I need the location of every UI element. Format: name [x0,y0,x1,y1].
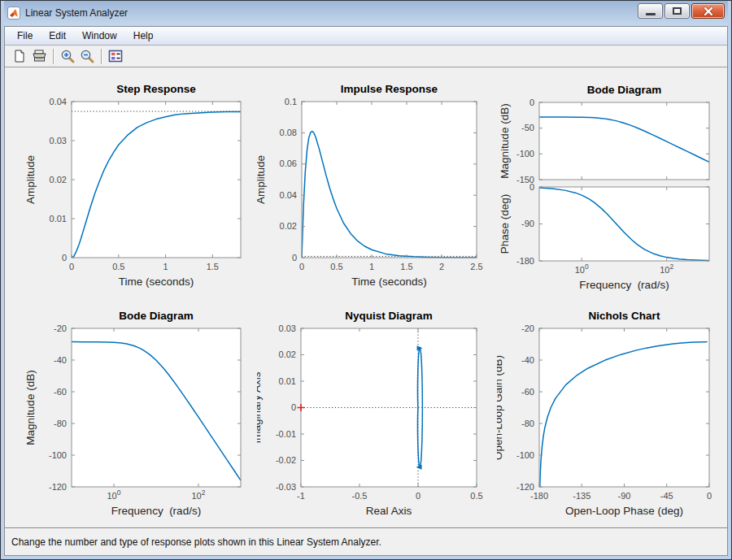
x-tick-label: 102 [660,263,673,275]
window-controls [638,3,725,19]
x-tick-label: 102 [192,488,206,501]
step-response-plot[interactable]: Step Response00.511.500.010.020.030.04Am… [13,72,253,298]
x-axis-label: Time (seconds) [351,276,427,288]
toolbar [5,46,727,67]
zoom-out-button[interactable] [77,47,97,65]
titlebar[interactable]: Linear System Analyzer [4,1,728,25]
plot-title: Bode Diagram [587,84,662,96]
x-tick-label: -135 [573,491,590,501]
impulse-response-plot[interactable]: Impulse Response00.511.522.500.020.040.0… [257,72,493,298]
zoom-in-icon [60,49,76,64]
print-button[interactable] [29,47,49,65]
y-tick-label: 0 [291,402,296,412]
close-icon [703,7,714,16]
x-tick-label: 0.5 [470,491,482,501]
y-tick-label: -80 [54,419,67,428]
y-tick-label: 0.08 [280,128,297,137]
y-tick-label: 0.02 [50,175,67,184]
nyquist-diagram-plot[interactable]: Nyquist Diagram-1-0.500.5-0.03-0.02-0.01… [257,300,493,527]
y-axis-label: Magnitude (dB) [499,103,511,178]
x-axis-label: Frequency (rad/s) [579,279,669,291]
y-tick-label: 0.01 [50,214,67,224]
x-tick-label: 1.5 [400,262,412,271]
y-tick-label: -20 [521,323,534,333]
y-tick-label: 0.02 [279,349,296,359]
minimize-icon [646,13,656,15]
matlab-app-icon [7,7,20,20]
linear-system-analyzer-window: Linear System Analyzer File Edit Window … [0,0,732,560]
y-tick-label: -120 [516,482,534,492]
y-tick-label: -0.03 [276,482,296,492]
y-tick-label: 0.04 [280,190,297,200]
y-tick-label: 0.06 [280,158,297,168]
print-icon [32,49,47,63]
y-tick-label: -40 [54,355,67,365]
y-tick-label: -20 [54,323,67,333]
y-tick-label: -60 [521,387,534,397]
y-tick-label: -0.02 [276,455,296,465]
plot-title: Step Response [116,83,196,95]
toolbar-separator [101,49,102,64]
x-axis-label: Real Axis [366,505,412,517]
menu-file[interactable]: File [9,28,41,44]
x-tick-label: 2 [439,262,444,271]
y-tick-label: -180 [516,256,534,266]
menu-help[interactable]: Help [125,28,162,44]
y-tick-label: 0.1 [285,97,297,106]
x-tick-label: 0 [416,491,420,501]
zoom-out-icon [80,49,95,64]
close-button[interactable] [691,3,725,19]
y-axis-label: Amplitude [257,155,267,204]
menu-window[interactable]: Window [74,28,125,44]
y-axis-label: Open-Loop Gain (dB) [497,355,504,460]
nichols-chart-plot[interactable]: Nichols Chart-180-135-90-450-20-40-60-80… [497,300,723,527]
x-tick-label: -1 [297,491,305,501]
minimize-button[interactable] [638,3,663,19]
y-axis-label: Imaginary Axis [257,371,263,443]
plot-title: Impulse Response [341,83,438,95]
y-tick-label: 0.02 [280,221,297,231]
zoom-in-button[interactable] [58,47,77,65]
y-tick-label: 0.03 [279,323,296,333]
x-tick-label: -45 [660,491,673,501]
y-tick-label: 0 [529,182,534,192]
y-axis-label: Phase (deg) [499,194,511,254]
plot-title: Bode Diagram [119,310,194,322]
x-tick-label: 0.5 [330,262,342,271]
y-tick-label: 0.01 [279,376,296,386]
y-tick-label: 0.03 [50,136,67,145]
x-tick-label: 0 [707,491,712,501]
new-document-icon [12,49,27,63]
plot-grid: Step Response00.511.500.010.020.030.04Am… [5,67,727,527]
menubar: File Edit Window Help [5,27,727,46]
legend-icon [108,50,124,63]
y-tick-label: 0.04 [50,97,67,106]
new-figure-button[interactable] [10,47,29,65]
x-tick-label: 0.5 [112,262,124,271]
y-tick-label: -90 [521,219,534,228]
x-tick-label: 100 [107,488,121,501]
x-axis-label: Open-Loop Phase (deg) [565,505,683,517]
y-tick-label: -100 [516,450,534,460]
status-message: Change the number and type of response p… [11,536,381,548]
x-tick-label: -180 [530,491,548,501]
y-tick-label: -60 [54,387,67,397]
y-tick-label: -50 [521,123,534,132]
toolbar-separator [53,49,54,64]
y-tick-label: 0 [292,253,297,263]
restore-button[interactable] [664,3,690,19]
x-tick-label: -0.5 [352,491,368,501]
menu-edit[interactable]: Edit [41,28,74,44]
x-tick-label: -90 [618,491,631,501]
bode-diagram-bottom-left-plot[interactable]: Bode Diagram100102-20-40-60-80-100-120Ma… [13,300,253,527]
y-tick-label: -0.01 [276,429,296,439]
window-title: Linear System Analyzer [25,7,128,19]
x-tick-label: 1 [163,262,168,271]
x-tick-label: 2.5 [470,262,482,271]
legend-preferences-button[interactable] [106,47,125,65]
bode-diagram-top-right-plot[interactable]: Bode Diagram0-50-100-150Magnitude (dB)10… [497,72,723,298]
x-tick-label: 0 [69,262,74,271]
y-tick-label: -40 [521,355,534,365]
plot-title: Nichols Chart [589,310,660,322]
statusbar: Change the number and type of response p… [5,527,727,555]
